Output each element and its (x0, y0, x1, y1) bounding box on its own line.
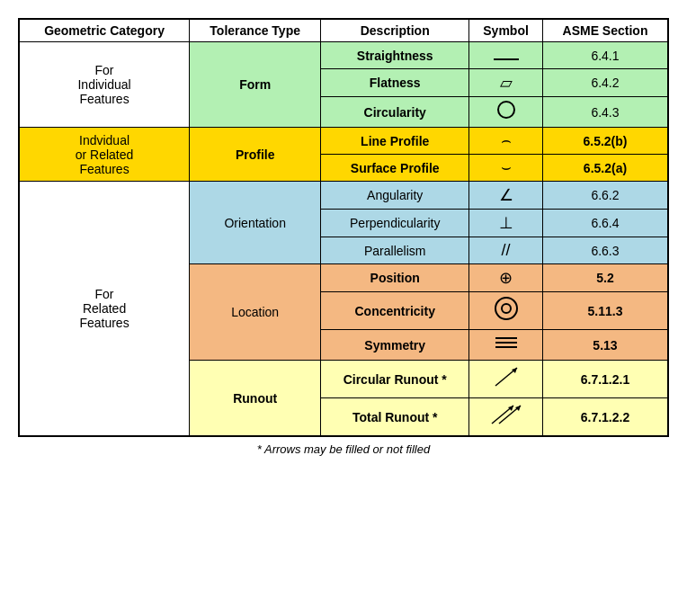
symbol-surface-profile: ⌣ (469, 155, 543, 182)
asme-flatness: 6.4.2 (542, 69, 668, 97)
symbol-symmetry (469, 330, 543, 361)
symbol-straightness (469, 42, 543, 69)
tolerance-orientation: Orientation (190, 182, 321, 264)
symbol-position: ⊕ (469, 264, 543, 292)
asme-circular-runout: 6.7.1.2.1 (542, 361, 668, 398)
desc-symmetry: Symmetry (321, 330, 469, 361)
asme-symmetry: 5.13 (542, 330, 668, 361)
desc-position: Position (321, 264, 469, 292)
symbol-total-runout (469, 398, 543, 437)
desc-concentricity: Concentricity (321, 292, 469, 330)
gdt-table: Geometric Category Tolerance Type Descri… (18, 18, 669, 437)
asme-perpendicularity: 6.6.4 (542, 210, 668, 237)
desc-perpendicularity: Perpendicularity (321, 210, 469, 237)
symbol-circular-runout (469, 361, 543, 398)
tolerance-profile: Profile (190, 128, 321, 182)
desc-straightness: Straightness (321, 42, 469, 69)
symbol-parallelism: // (469, 237, 543, 264)
asme-line-profile: 6.5.2(b) (542, 128, 668, 155)
desc-surface-profile: Surface Profile (321, 155, 469, 182)
desc-circularity: Circularity (321, 97, 469, 128)
symbol-circularity (469, 97, 543, 128)
desc-line-profile: Line Profile (321, 128, 469, 155)
symbol-concentricity (469, 292, 543, 330)
asme-straightness: 6.4.1 (542, 42, 668, 69)
asme-concentricity: 5.11.3 (542, 292, 668, 330)
desc-circular-runout: Circular Runout * (321, 361, 469, 398)
category-individual-features: For Individual Features (19, 42, 190, 128)
tolerance-location: Location (190, 264, 321, 361)
table-row: For Related Features Orientation Angular… (19, 182, 668, 210)
svg-point-1 (502, 304, 511, 313)
table-row: Indvidual or Related Features Profile Li… (19, 128, 668, 155)
symbol-line-profile: ⌢ (469, 128, 543, 155)
asme-surface-profile: 6.5.2(a) (542, 155, 668, 182)
asme-total-runout: 6.7.1.2.2 (542, 398, 668, 437)
symmetry-svg (494, 334, 519, 352)
asme-position: 5.2 (542, 264, 668, 292)
asme-circularity: 6.4.3 (542, 97, 668, 128)
table-header-row: Geometric Category Tolerance Type Descri… (19, 19, 668, 42)
circular-runout-svg (492, 364, 521, 389)
symbol-perpendicularity: ⊥ (469, 210, 543, 237)
header-tolerance-type: Tolerance Type (190, 19, 321, 42)
category-indvidual-related: Indvidual or Related Features (19, 128, 190, 182)
desc-angularity: Angularity (321, 182, 469, 210)
symbol-angularity: ∠ (469, 182, 543, 210)
desc-total-runout: Total Runout * (321, 398, 469, 437)
header-geometric-category: Geometric Category (19, 19, 190, 42)
footnote: * Arrows may be filled or not filled (18, 442, 669, 456)
header-asme-section: ASME Section (542, 19, 668, 42)
tolerance-runout: Runout (190, 361, 321, 437)
header-description: Description (321, 19, 469, 42)
asme-angularity: 6.6.2 (542, 182, 668, 210)
desc-parallelism: Parallelism (321, 237, 469, 264)
asme-parallelism: 6.6.3 (542, 237, 668, 264)
header-symbol: Symbol (469, 19, 543, 42)
symbol-flatness: ▱ (469, 69, 543, 97)
svg-point-0 (495, 298, 517, 319)
concentricity-svg (494, 296, 519, 321)
desc-flatness: Flatness (321, 69, 469, 97)
main-container: Geometric Category Tolerance Type Descri… (18, 18, 669, 456)
table-row: For Individual Features Form Straightnes… (19, 42, 668, 69)
category-related-features: For Related Features (19, 182, 190, 437)
tolerance-form: Form (190, 42, 321, 128)
total-runout-svg (488, 402, 524, 427)
